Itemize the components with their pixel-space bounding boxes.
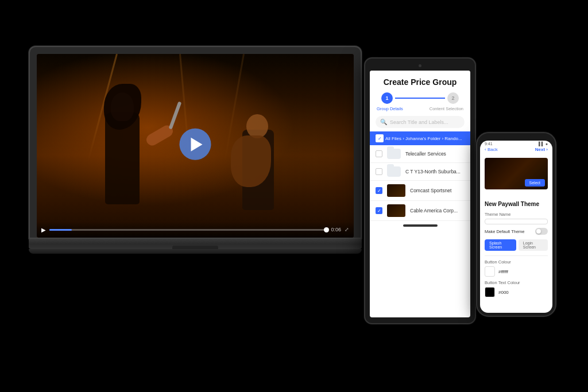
step-line	[395, 98, 445, 99]
theme-name-label: Theme Name	[485, 212, 548, 217]
phone-time: 9:41	[485, 142, 493, 146]
button-text-color-row: #000	[485, 287, 548, 297]
make-default-row: Make Default Theme	[485, 228, 548, 235]
play-icon	[191, 137, 202, 151]
breadcrumb-bar: ✓ All Files › Johanna's Folder › Rando..…	[370, 131, 470, 145]
row-label-2: C T Y13-North Suburba...	[405, 169, 465, 174]
button-color-label: Button Colour	[485, 259, 548, 265]
row-label-1: Telecaller Services	[405, 151, 465, 157]
fullscreen-icon[interactable]: ⤢	[345, 227, 349, 232]
step-1-label: Group Details	[377, 106, 403, 111]
phone-section-title: New Paywall Theme	[485, 201, 548, 207]
button-color-swatch[interactable]	[485, 266, 495, 277]
phone: 9:41 ▌▌ ● ‹ Back Next › Select	[476, 132, 556, 317]
control-play-icon[interactable]: ▶	[41, 227, 46, 233]
step-2-circle: 2	[447, 92, 459, 104]
row-checkbox-4[interactable]: ✓	[376, 207, 382, 214]
laptop-bezel: ▶ 0:06 ⤢	[29, 46, 362, 239]
tablet-camera	[419, 64, 421, 67]
table-row[interactable]: C T Y13-North Suburba...	[370, 163, 470, 181]
search-bar[interactable]: 🔍 Search Title and Labels...	[376, 116, 465, 128]
step-1-circle: 1	[381, 92, 393, 104]
tablet-title: Create Price Group	[376, 77, 465, 87]
row-label-3: Comcast Sportsnet	[410, 188, 465, 193]
video-controls: ▶ 0:06 ⤢	[37, 222, 354, 238]
tablet-home-bar	[370, 221, 470, 230]
tablet-screen: Create Price Group 1 2 Group Details C	[370, 71, 470, 317]
table-row[interactable]: ✓ Cable America Corp...	[370, 201, 470, 221]
play-button[interactable]	[180, 129, 211, 160]
progress-bar[interactable]	[49, 229, 327, 231]
singer-silhouette	[94, 78, 174, 204]
tablet-camera-bar	[370, 64, 470, 67]
progress-fill	[49, 229, 72, 231]
select-button[interactable]: Select	[525, 179, 545, 187]
button-text-color-hex: #000	[498, 290, 509, 295]
progress-thumb	[324, 227, 329, 232]
back-button[interactable]: ‹ Back	[485, 147, 498, 152]
toggle-thumb	[536, 229, 541, 234]
step-labels: Group Details Content Selection	[376, 106, 465, 111]
row-checkbox-1[interactable]	[376, 150, 382, 157]
button-color-row: #ffffff	[485, 266, 548, 277]
tablet: Create Price Group 1 2 Group Details C	[364, 57, 476, 324]
laptop-screen: ▶ 0:06 ⤢	[37, 54, 354, 238]
button-color-hex: #ffffff	[498, 269, 508, 274]
row-checkbox-2[interactable]	[376, 168, 382, 175]
tablet-header: Create Price Group 1 2 Group Details C	[370, 71, 470, 111]
stepper: 1 2	[376, 92, 465, 104]
folder-icon-2	[387, 166, 401, 177]
laptop-foot	[29, 249, 362, 254]
phone-bezel: 9:41 ▌▌ ● ‹ Back Next › Select	[476, 132, 556, 317]
laptop-base	[29, 239, 362, 249]
breadcrumb-checkbox[interactable]: ✓	[376, 134, 384, 142]
next-button[interactable]: Next ›	[535, 147, 548, 152]
phone-screen: 9:41 ▌▌ ● ‹ Back Next › Select	[480, 141, 552, 313]
breadcrumb-text: All Files › Johanna's Folder › Rando...	[385, 136, 462, 141]
guitarist-silhouette	[228, 95, 297, 210]
make-default-label: Make Default Theme	[485, 229, 524, 234]
tablet-bezel: Create Price Group 1 2 Group Details C	[364, 57, 476, 324]
laptop: ▶ 0:06 ⤢	[29, 46, 362, 254]
row-label-4: Cable America Corp...	[410, 208, 465, 214]
phone-status-icons: ▌▌ ●	[539, 142, 548, 146]
tab-splash[interactable]: Splash Screen	[485, 239, 516, 251]
time-display: 0:06	[331, 227, 341, 232]
phone-notch-cutout	[502, 133, 531, 140]
search-placeholder: Search Title and Labels...	[390, 119, 448, 125]
table-row[interactable]: ✓ Comcast Sportsnet	[370, 181, 470, 201]
video-thumb-2	[387, 204, 405, 217]
row-checkbox-3[interactable]: ✓	[376, 187, 382, 194]
phone-nav-bar: ‹ Back Next ›	[480, 147, 552, 154]
table-row[interactable]: Telecaller Services	[370, 145, 470, 163]
guitar	[231, 135, 271, 187]
tab-login[interactable]: Login Screen	[519, 239, 548, 251]
divider	[485, 255, 548, 256]
video-frame: ▶ 0:06 ⤢	[37, 54, 354, 238]
phone-content: New Paywall Theme Theme Name Make Defaul…	[480, 196, 552, 305]
make-default-toggle[interactable]	[535, 228, 548, 235]
phone-status-bar: 9:41 ▌▌ ●	[480, 141, 552, 147]
home-indicator	[403, 224, 438, 227]
phone-video-thumb: Select	[485, 158, 548, 189]
step-2-label: Content Selection	[430, 106, 463, 111]
guitarist-head	[246, 114, 268, 138]
video-thumb-1	[387, 184, 405, 197]
button-text-color-swatch[interactable]	[485, 287, 495, 297]
phone-tabs: Splash Screen Login Screen	[485, 239, 548, 251]
scene: ▶ 0:06 ⤢	[0, 0, 588, 392]
button-text-color-label: Button Text Colour	[485, 280, 548, 285]
laptop-notch	[172, 246, 218, 249]
video-thumb-container: Select	[480, 158, 552, 196]
search-icon: 🔍	[380, 119, 387, 125]
theme-name-input[interactable]	[485, 219, 548, 224]
folder-icon-1	[387, 149, 401, 159]
